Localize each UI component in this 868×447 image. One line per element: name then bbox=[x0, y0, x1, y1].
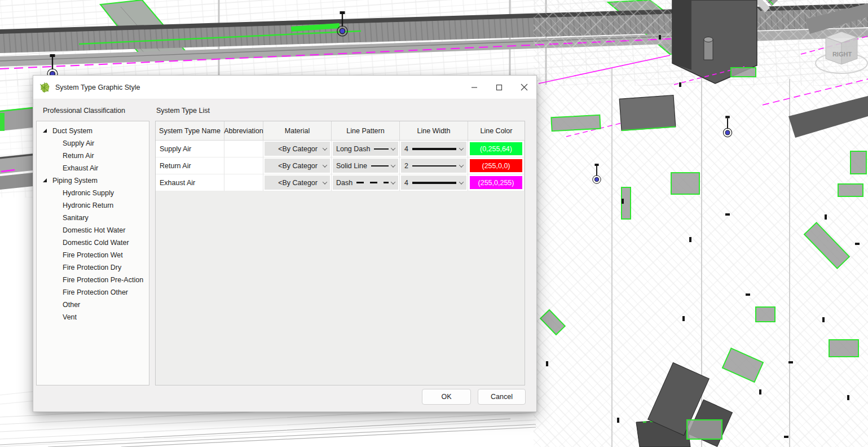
cancel-button[interactable]: Cancel bbox=[478, 389, 526, 405]
cell-line-width: 4 bbox=[400, 141, 468, 157]
left-edge-model bbox=[0, 79, 33, 198]
cell-name[interactable]: Exhaust Air bbox=[156, 174, 224, 191]
classification-panel-header: Professional Classification bbox=[43, 107, 125, 115]
material-dropdown[interactable]: <By Categor bbox=[265, 176, 330, 190]
chevron-down-icon bbox=[459, 146, 464, 150]
app-icon bbox=[39, 82, 50, 93]
line-color-swatch[interactable]: (255,0,255) bbox=[470, 176, 522, 189]
tree-item-hydronic-return[interactable]: Hydronic Return bbox=[37, 199, 149, 212]
cell-material: <By Categor bbox=[263, 141, 332, 157]
cell-line-color: (0,255,64) bbox=[468, 141, 525, 157]
line-width-dropdown[interactable]: 2 bbox=[401, 159, 466, 173]
minimize-button[interactable] bbox=[462, 76, 487, 99]
line-width-dropdown[interactable]: 4 bbox=[401, 142, 466, 156]
tree-item-fire-protection-wet[interactable]: Fire Protection Wet bbox=[37, 249, 149, 261]
line-width-preview bbox=[412, 182, 456, 184]
chevron-down-icon bbox=[323, 163, 327, 167]
maximize-button[interactable] bbox=[487, 76, 512, 99]
chevron-down-icon bbox=[459, 163, 464, 167]
system-type-table: System Type Name Abbreviation Material L… bbox=[155, 121, 525, 385]
tree-item-domestic-hot-water[interactable]: Domestic Hot Water bbox=[37, 224, 149, 236]
cell-abbreviation[interactable] bbox=[224, 141, 263, 157]
screen: RIGHT System Type Graphic Style bbox=[0, 0, 868, 447]
chevron-down-icon bbox=[391, 179, 395, 184]
col-header-line-color: Line Color bbox=[468, 121, 525, 141]
material-dropdown[interactable]: <By Categor bbox=[265, 159, 330, 173]
close-icon bbox=[521, 84, 528, 91]
line-pattern-preview bbox=[356, 182, 389, 183]
line-color-swatch[interactable]: (255,0,0) bbox=[470, 159, 522, 172]
tree-item-vent[interactable]: Vent bbox=[37, 311, 149, 323]
line-pattern-preview bbox=[374, 148, 389, 150]
dialog-titlebar[interactable]: System Type Graphic Style bbox=[33, 76, 536, 99]
col-header-abbreviation: Abbreviation bbox=[224, 121, 263, 141]
tree-item-duct-system[interactable]: Duct System bbox=[37, 125, 149, 137]
view-cube-face-label: RIGHT bbox=[832, 51, 852, 58]
line-color-swatch[interactable]: (0,255,64) bbox=[470, 142, 522, 155]
tree-item-fire-protection-dry[interactable]: Fire Protection Dry bbox=[37, 261, 149, 274]
chevron-down-icon bbox=[391, 146, 395, 150]
tree-item-exhaust-air[interactable]: Exhaust Air bbox=[37, 162, 149, 174]
dialog-title: System Type Graphic Style bbox=[55, 84, 140, 91]
classification-tree: Duct System Supply Air Return Air Exhaus… bbox=[36, 121, 149, 385]
line-pattern-dropdown[interactable]: Long Dash bbox=[333, 142, 398, 156]
tree-item-piping-system[interactable]: Piping System bbox=[37, 174, 149, 187]
cell-line-color: (255,0,255) bbox=[468, 174, 525, 191]
cell-material: <By Categor bbox=[263, 157, 332, 174]
close-button[interactable] bbox=[512, 76, 536, 99]
line-pattern-preview bbox=[371, 165, 389, 166]
tree-item-fire-protection-pre-action[interactable]: Fire Protection Pre-Action bbox=[37, 274, 149, 286]
tree-item-domestic-cold-water[interactable]: Domestic Cold Water bbox=[37, 236, 149, 249]
tree-item-hydronic-supply[interactable]: Hydronic Supply bbox=[37, 187, 149, 199]
cell-line-color: (255,0,0) bbox=[468, 157, 525, 174]
col-header-material: Material bbox=[263, 121, 332, 141]
chevron-down-icon bbox=[459, 179, 464, 184]
line-width-preview bbox=[412, 165, 456, 166]
tree-item-sanitary[interactable]: Sanitary bbox=[37, 212, 149, 224]
chevron-down-icon bbox=[391, 163, 395, 167]
chevron-down-icon bbox=[323, 146, 327, 150]
minimize-icon bbox=[471, 84, 478, 91]
material-dropdown[interactable]: <By Categor bbox=[265, 142, 330, 156]
line-pattern-dropdown[interactable]: Dash bbox=[333, 176, 398, 190]
tree-item-return-air[interactable]: Return Air bbox=[37, 150, 149, 162]
col-header-system-type-name: System Type Name bbox=[156, 121, 224, 141]
cell-abbreviation[interactable] bbox=[224, 157, 263, 174]
cell-material: <By Categor bbox=[263, 174, 332, 191]
cell-name[interactable]: Supply Air bbox=[156, 141, 224, 157]
line-width-dropdown[interactable]: 4 bbox=[401, 176, 466, 190]
line-pattern-dropdown[interactable]: Solid Line bbox=[333, 159, 398, 173]
tree-expanded-icon[interactable] bbox=[43, 129, 47, 133]
tree-item-other[interactable]: Other bbox=[37, 299, 149, 311]
cell-line-width: 4 bbox=[400, 174, 468, 191]
system-type-graphic-style-dialog: System Type Graphic Style Professional C… bbox=[33, 75, 537, 412]
cell-abbreviation[interactable] bbox=[224, 174, 263, 191]
cell-line-pattern: Dash bbox=[332, 174, 400, 191]
tree-expanded-icon[interactable] bbox=[43, 178, 47, 182]
cell-line-pattern: Long Dash bbox=[332, 141, 400, 157]
cell-line-pattern: Solid Line bbox=[332, 157, 400, 174]
tree-item-fire-protection-other[interactable]: Fire Protection Other bbox=[37, 286, 149, 299]
chevron-down-icon bbox=[323, 179, 327, 184]
col-header-line-width: Line Width bbox=[400, 121, 468, 141]
maximize-icon bbox=[496, 84, 503, 91]
tree-item-supply-air[interactable]: Supply Air bbox=[37, 137, 149, 150]
line-width-preview bbox=[412, 148, 456, 150]
ok-button[interactable]: OK bbox=[422, 389, 471, 405]
cell-name[interactable]: Return Air bbox=[156, 157, 224, 174]
col-header-line-pattern: Line Pattern bbox=[332, 121, 400, 141]
cell-line-width: 2 bbox=[400, 157, 468, 174]
system-type-list-header: System Type List bbox=[156, 107, 210, 115]
